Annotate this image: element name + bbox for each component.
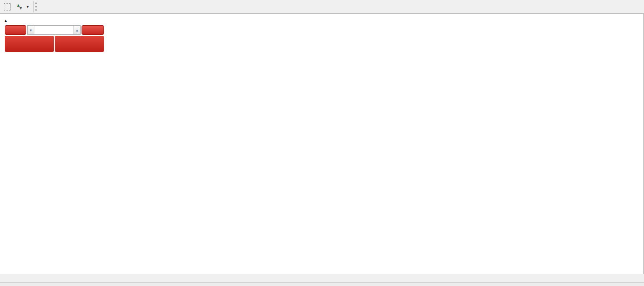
collapse-panel-icon[interactable]: ▲ xyxy=(4,19,8,23)
chart-title: ▲ xyxy=(4,17,12,24)
caret-down-icon: ▼ xyxy=(29,29,32,32)
volume-group: ▼ ▲ xyxy=(27,25,81,35)
sell-button[interactable] xyxy=(5,25,26,35)
one-click-trading-panel: ▼ ▲ xyxy=(5,25,104,52)
volume-decrease-button[interactable]: ▼ xyxy=(28,26,34,34)
volume-input[interactable] xyxy=(34,26,73,34)
trade-controls-row: ▼ ▲ xyxy=(5,25,104,35)
sell-price-display[interactable] xyxy=(5,36,54,52)
trade-prices-row xyxy=(5,36,104,52)
buy-button[interactable] xyxy=(82,25,104,35)
volume-increase-button[interactable]: ▲ xyxy=(73,26,80,34)
caret-up-icon: ▲ xyxy=(75,29,79,32)
terminal-window: ▲ ▼ ▼ ▲ ▼ ▲ xyxy=(0,0,644,286)
buy-price-display[interactable] xyxy=(55,36,104,52)
